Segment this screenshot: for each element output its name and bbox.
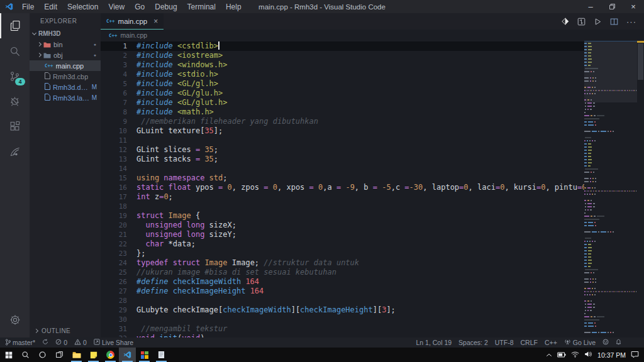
- live-share-extension-icon[interactable]: [0, 139, 30, 164]
- status-smiley[interactable]: [602, 339, 609, 346]
- battery-icon[interactable]: [557, 351, 566, 359]
- code-line-7[interactable]: 7#include <GL/glut.h>: [101, 98, 584, 107]
- code-line-20[interactable]: 20 unsigned long sizeX;: [101, 221, 584, 230]
- code-area[interactable]: 1#include <cstdlib>2#include <iostream>3…: [101, 41, 584, 337]
- status-spaces-2[interactable]: Spaces: 2: [458, 339, 488, 346]
- status-0[interactable]: 0: [74, 339, 87, 346]
- code-line-30[interactable]: 30: [101, 315, 584, 324]
- status-live-share[interactable]: Live Share: [94, 339, 133, 346]
- tree-item-rmh3d-dep-[interactable]: Rmh3d.dep...M: [30, 82, 101, 92]
- menu-item-help[interactable]: Help: [221, 0, 247, 13]
- clock[interactable]: 10:37 PM: [597, 351, 626, 359]
- code-line-11[interactable]: 11: [101, 136, 584, 145]
- format-icon[interactable]: [562, 18, 569, 25]
- code-line-22[interactable]: 22 char *data;: [101, 239, 584, 249]
- wifi-icon[interactable]: [571, 351, 579, 359]
- close-button[interactable]: ×: [623, 0, 644, 13]
- taskbar-app-vscode[interactable]: [119, 348, 136, 362]
- taskbar-app-sticky-notes[interactable]: [85, 348, 102, 362]
- code-line-10[interactable]: 10GLuint texture[35];: [101, 126, 584, 136]
- menu-item-file[interactable]: File: [17, 0, 39, 13]
- status-ln-1-col-19[interactable]: Ln 1, Col 19: [416, 339, 452, 346]
- tree-item-main-cpp[interactable]: C++main.cpp: [30, 60, 101, 71]
- code-line-27[interactable]: 27#define checkImageHeight 164: [101, 287, 584, 296]
- code-line-23[interactable]: 23};: [101, 249, 584, 258]
- tree-item-rmh3d-layout[interactable]: Rmh3d.layoutM: [30, 92, 101, 103]
- code-line-15[interactable]: 15using namespace std;: [101, 173, 584, 183]
- scrollbar-thumb[interactable]: [638, 43, 643, 80]
- taskbar-search-icon[interactable]: [17, 348, 34, 362]
- code-line-9[interactable]: 9 //memberikan fileheader yang dibutuhka…: [101, 117, 584, 126]
- code-line-13[interactable]: 13GLint stacks = 35;: [101, 155, 584, 164]
- more-actions-icon[interactable]: ···: [626, 17, 636, 26]
- code-line-19[interactable]: 19struct Image {: [101, 211, 584, 221]
- taskbar-app-chrome[interactable]: [102, 348, 119, 362]
- status-go-live[interactable]: Go Live: [564, 339, 596, 346]
- source-control-icon[interactable]: 4: [0, 63, 30, 89]
- taskbar-app-notepad[interactable]: [153, 348, 170, 362]
- start-button[interactable]: [0, 348, 17, 362]
- settings-gear-icon[interactable]: [0, 307, 30, 332]
- tray-chevron-icon[interactable]: [546, 351, 552, 359]
- code-line-17[interactable]: 17int z=0;: [101, 192, 584, 202]
- debug-icon[interactable]: [0, 89, 30, 114]
- status-bell[interactable]: [616, 339, 621, 346]
- open-changes-icon[interactable]: [577, 18, 586, 26]
- code-line-28[interactable]: 28: [101, 296, 584, 305]
- minimize-button[interactable]: –: [580, 0, 601, 13]
- code-line-31[interactable]: 31 //mengambil tekstur: [101, 324, 584, 334]
- minimap[interactable]: [584, 41, 637, 337]
- cortana-icon[interactable]: [34, 348, 51, 362]
- extensions-icon[interactable]: [0, 114, 30, 139]
- task-view-icon[interactable]: [51, 348, 68, 362]
- code-line-2[interactable]: 2#include <iostream>: [101, 51, 584, 60]
- tab-main-cpp[interactable]: C++ main.cpp ×: [101, 13, 164, 30]
- menu-item-edit[interactable]: Edit: [39, 0, 62, 13]
- status-0[interactable]: 0: [55, 339, 67, 346]
- code-line-3[interactable]: 3#include <windows.h>: [101, 60, 584, 70]
- menu-item-view[interactable]: View: [103, 0, 130, 13]
- code-line-8[interactable]: 8#include <math.h>: [101, 107, 584, 117]
- breadcrumb-item[interactable]: main.cpp: [121, 31, 148, 39]
- status-crlf[interactable]: CRLF: [521, 339, 538, 346]
- menu-item-selection[interactable]: Selection: [62, 0, 103, 13]
- explorer-icon[interactable]: [0, 13, 30, 38]
- tree-item-rmh3d-cbp[interactable]: Rmh3d.cbp: [30, 71, 101, 82]
- code-line-26[interactable]: 26#define checkImageWidth 164: [101, 277, 584, 287]
- breadcrumb[interactable]: C++ main.cpp: [101, 30, 644, 41]
- minimap-viewport[interactable]: [584, 41, 637, 102]
- tab-close-icon[interactable]: ×: [153, 17, 158, 26]
- code-line-14[interactable]: 14: [101, 164, 584, 173]
- code-line-18[interactable]: 18: [101, 202, 584, 211]
- code-line-12[interactable]: 12GLint slices = 35;: [101, 145, 584, 155]
- outline-section[interactable]: OUTLINE: [30, 324, 101, 337]
- action-center-icon[interactable]: [631, 351, 639, 359]
- code-line-29[interactable]: 29GLubyte checkImage[checkImageWidth][ch…: [101, 305, 584, 315]
- menu-item-terminal[interactable]: Terminal: [182, 0, 221, 13]
- status-c[interactable]: C++: [545, 339, 557, 346]
- workspace-root[interactable]: RMH3D: [30, 28, 101, 39]
- code-line-5[interactable]: 5#include <GL/gl.h>: [101, 79, 584, 89]
- scrollbar[interactable]: [637, 41, 644, 337]
- code-line-25[interactable]: 25//ukuran image #bisa di set sesuai keb…: [101, 268, 584, 277]
- volume-icon[interactable]: [584, 351, 592, 359]
- taskbar-app-file-explorer[interactable]: [68, 348, 85, 362]
- code-line-4[interactable]: 4#include <stdio.h>: [101, 70, 584, 79]
- search-icon[interactable]: [0, 38, 30, 63]
- menu-item-debug[interactable]: Debug: [150, 0, 182, 13]
- taskbar-app-color-grid-app[interactable]: [136, 348, 153, 362]
- status-master[interactable]: master*: [5, 339, 35, 347]
- menu-item-go[interactable]: Go: [130, 0, 150, 13]
- code-line-24[interactable]: 24typedef struct Image Image; //struktur…: [101, 258, 584, 268]
- code-line-1[interactable]: 1#include <cstdlib>: [101, 41, 584, 51]
- restore-button[interactable]: [601, 0, 623, 13]
- code-line-6[interactable]: 6#include <GL/glu.h>: [101, 89, 584, 98]
- code-line-21[interactable]: 21 unsigned long sizeY;: [101, 230, 584, 239]
- run-icon[interactable]: [594, 18, 602, 26]
- tree-item-bin[interactable]: bin●: [30, 39, 101, 50]
- code-line-32[interactable]: 32void init(void): [101, 334, 584, 337]
- code-line-16[interactable]: 16static float ypos = 0, zpos = 0, xpos …: [101, 183, 584, 192]
- split-editor-icon[interactable]: [610, 18, 618, 26]
- status-utf-8[interactable]: UTF-8: [495, 339, 514, 346]
- status-sync[interactable]: [42, 339, 48, 346]
